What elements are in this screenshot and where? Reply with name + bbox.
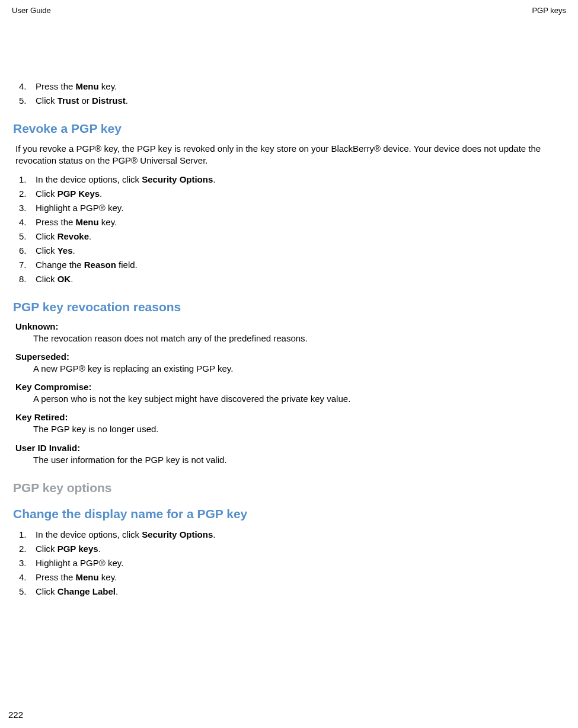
- section-reasons-title: PGP key revocation reasons: [13, 300, 566, 314]
- step-number: 5.: [19, 230, 36, 242]
- reason-definition: The revocation reason does not match any…: [13, 333, 566, 344]
- revocation-reasons-list: Unknown:The revocation reason does not m…: [13, 321, 566, 466]
- header-left: User Guide: [12, 6, 51, 15]
- step-number: 4.: [19, 80, 36, 92]
- step-text: Click Yes.: [36, 244, 75, 257]
- step-number: 3.: [19, 202, 36, 214]
- list-item: 5.Click Change Label.: [19, 585, 566, 598]
- reason-term-label: Superseded: [15, 352, 66, 362]
- reason-definition: The user information for the PGP key is …: [13, 454, 566, 466]
- step-text: Highlight a PGP® key.: [36, 557, 123, 569]
- step-text: Click OK.: [36, 273, 73, 285]
- list-item: 7.Change the Reason field.: [19, 258, 566, 271]
- header-right: PGP keys: [532, 6, 566, 15]
- reason-term: Unknown:: [13, 321, 566, 331]
- step-text: Press the Menu key.: [36, 571, 117, 583]
- step-bold-term: Trust: [58, 95, 79, 106]
- step-number: 1.: [19, 528, 36, 541]
- reason-term: Superseded:: [13, 352, 566, 362]
- section-options-title: PGP key options: [13, 481, 566, 495]
- step-number: 2.: [19, 187, 36, 200]
- section-change-display-title: Change the display name for a PGP key: [13, 507, 566, 521]
- step-bold-term: PGP keys: [58, 544, 98, 554]
- step-text: Click PGP keys.: [36, 542, 101, 555]
- step-bold-term: Menu: [76, 572, 99, 582]
- step-bold-term: Menu: [76, 217, 99, 227]
- step-bold-term: Revoke: [58, 231, 89, 241]
- step-bold-term: PGP Keys: [58, 189, 100, 199]
- list-item: 5.Click Trust or Distrust.: [19, 94, 566, 107]
- step-number: 1.: [19, 173, 36, 186]
- reason-definition: A new PGP® key is replacing an existing …: [13, 363, 566, 375]
- list-item: 4.Press the Menu key.: [19, 571, 566, 583]
- step-bold-term: Distrust: [92, 95, 126, 106]
- list-item: 1.In the device options, click Security …: [19, 173, 566, 186]
- intro-steps-list: 4.Press the Menu key.5.Click Trust or Di…: [13, 80, 566, 107]
- step-number: 6.: [19, 244, 36, 257]
- list-item: 2.Click PGP keys.: [19, 542, 566, 555]
- step-bold-term: Security Options: [142, 529, 213, 539]
- step-text: Change the Reason field.: [36, 258, 138, 271]
- step-text: Click Change Label.: [36, 585, 118, 598]
- step-number: 3.: [19, 557, 36, 569]
- page-content: 4.Press the Menu key.5.Click Trust or Di…: [12, 80, 566, 598]
- reason-term: Key Compromise:: [13, 382, 566, 392]
- step-bold-term: Yes: [58, 245, 73, 256]
- step-bold-term: Change Label: [58, 586, 116, 596]
- step-number: 2.: [19, 542, 36, 555]
- step-bold-term: Reason: [84, 260, 116, 270]
- list-item: 1.In the device options, click Security …: [19, 528, 566, 541]
- list-item: 2.Click PGP Keys.: [19, 187, 566, 200]
- reason-term-label: Unknown: [15, 321, 56, 331]
- step-bold-term: Menu: [76, 81, 99, 91]
- list-item: 8.Click OK.: [19, 273, 566, 285]
- reason-term: User ID Invalid:: [13, 443, 566, 453]
- step-text: Click Revoke.: [36, 230, 91, 242]
- step-text: Press the Menu key.: [36, 80, 117, 92]
- page-number: 222: [8, 710, 23, 720]
- step-text: In the device options, click Security Op…: [36, 528, 215, 541]
- step-number: 5.: [19, 585, 36, 598]
- list-item: 5.Click Revoke.: [19, 230, 566, 242]
- step-number: 4.: [19, 216, 36, 228]
- list-item: 3.Highlight a PGP® key.: [19, 557, 566, 569]
- reason-term-label: Key Compromise: [15, 382, 88, 392]
- step-number: 4.: [19, 571, 36, 583]
- step-text: In the device options, click Security Op…: [36, 173, 215, 186]
- step-bold-term: Security Options: [142, 174, 213, 184]
- reason-definition: The PGP key is no longer used.: [13, 423, 566, 435]
- reason-definition: A person who is not the key subject migh…: [13, 393, 566, 405]
- step-number: 7.: [19, 258, 36, 271]
- step-text: Click PGP Keys.: [36, 187, 102, 200]
- reason-term-label: Key Retired: [15, 412, 65, 422]
- section-revoke-paragraph: If you revoke a PGP® key, the PGP key is…: [13, 143, 566, 167]
- step-text: Click Trust or Distrust.: [36, 94, 128, 107]
- reason-term: Key Retired:: [13, 412, 566, 422]
- step-text: Press the Menu key.: [36, 216, 117, 228]
- list-item: 4.Press the Menu key.: [19, 216, 566, 228]
- revoke-steps-list: 1.In the device options, click Security …: [13, 173, 566, 285]
- step-bold-term: OK: [58, 274, 71, 284]
- list-item: 4.Press the Menu key.: [19, 80, 566, 92]
- list-item: 3.Highlight a PGP® key.: [19, 202, 566, 214]
- step-number: 8.: [19, 273, 36, 285]
- step-number: 5.: [19, 94, 36, 107]
- change-display-steps-list: 1.In the device options, click Security …: [13, 528, 566, 598]
- reason-term-label: User ID Invalid: [15, 443, 77, 453]
- section-revoke-title: Revoke a PGP key: [13, 122, 566, 136]
- step-text: Highlight a PGP® key.: [36, 202, 123, 214]
- list-item: 6.Click Yes.: [19, 244, 566, 257]
- page-header: User Guide PGP keys: [12, 6, 566, 15]
